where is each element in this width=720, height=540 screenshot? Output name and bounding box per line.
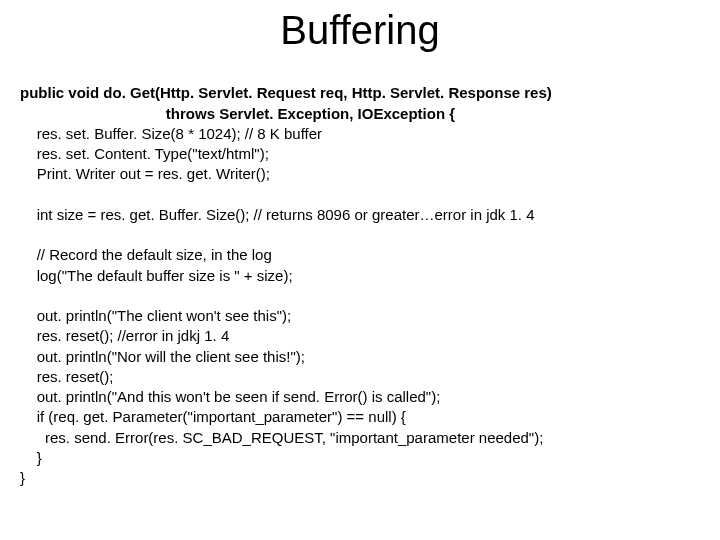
code-line: res. reset(); [20, 368, 113, 385]
code-line: log("The default buffer size is " + size… [20, 267, 293, 284]
code-line: } [20, 449, 42, 466]
code-line: out. println("The client won't see this"… [20, 307, 291, 324]
code-line: public void do. Get(Http. Servlet. Reque… [20, 84, 552, 101]
code-line: } [20, 469, 25, 486]
code-line: res. send. Error(res. SC_BAD_REQUEST, "i… [20, 429, 543, 446]
code-line: res. set. Buffer. Size(8 * 1024); // 8 K… [20, 125, 322, 142]
code-line: // Record the default size, in the log [20, 246, 272, 263]
code-line: throws Servlet. Exception, IOException { [20, 105, 455, 122]
code-block: public void do. Get(Http. Servlet. Reque… [20, 63, 700, 509]
code-line: int size = res. get. Buffer. Size(); // … [20, 206, 535, 223]
code-line: out. println("Nor will the client see th… [20, 348, 305, 365]
slide: Buffering public void do. Get(Http. Serv… [0, 0, 720, 540]
code-line: res. reset(); //error in jdkj 1. 4 [20, 327, 229, 344]
slide-title: Buffering [20, 8, 700, 53]
code-line: if (req. get. Parameter("important_param… [20, 408, 406, 425]
code-line: out. println("And this won't be seen if … [20, 388, 440, 405]
code-line: Print. Writer out = res. get. Writer(); [20, 165, 270, 182]
code-line: res. set. Content. Type("text/html"); [20, 145, 269, 162]
